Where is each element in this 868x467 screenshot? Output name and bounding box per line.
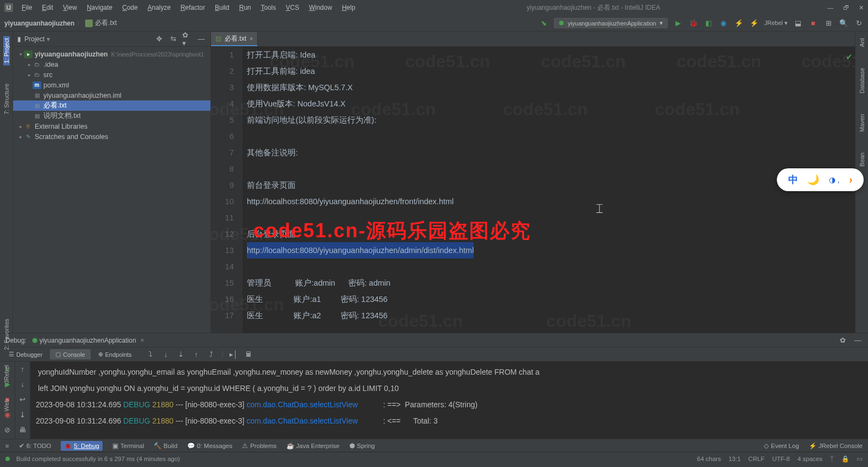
debug-tab-bottom[interactable]: 🐞 5: Debug [61, 441, 103, 451]
soft-wrap-icon[interactable]: ↩ [18, 394, 28, 404]
menu-view[interactable]: View [59, 2, 81, 14]
status-indent[interactable]: 4 spaces [797, 456, 822, 462]
tree-item[interactable]: ▤必看.txt [13, 100, 210, 111]
branch-icon[interactable]: ᛘ [830, 456, 834, 462]
drop-frame-icon[interactable]: ⤴ [207, 350, 216, 359]
ant-tool-tab[interactable]: Ant [859, 36, 865, 49]
ime-moon-icon[interactable]: 🌙 [807, 174, 819, 186]
spring-tab[interactable]: ⬢ Spring [349, 442, 375, 450]
run-config-selector[interactable]: ⬢ yiyuanguanhaojiuzhenApplication ▾ [554, 18, 667, 28]
terminal-tab[interactable]: ▣ Terminal [112, 442, 144, 450]
menu-edit[interactable]: Edit [37, 2, 58, 14]
menu-tools[interactable]: Tools [257, 2, 280, 14]
debug-button[interactable]: 🐞 [688, 18, 698, 28]
stop-button[interactable]: ■ [808, 18, 818, 28]
tree-item[interactable]: ▸✎Scratches and Consoles [13, 131, 210, 142]
menu-build[interactable]: Build [210, 2, 234, 14]
menu-run[interactable]: Run [235, 2, 256, 14]
mute-bp-icon[interactable]: ⊘ [3, 425, 12, 434]
breadcrumb[interactable]: yiyuanguanhaojiuzhen 〉 必看.txt [4, 18, 117, 28]
project-tree[interactable]: ▾▸yiyuanguanhaojiuzhenK:\needProccess\20… [13, 47, 210, 333]
jrebel-tool-tab[interactable]: JRebel [3, 363, 10, 386]
layout-icon[interactable]: ⊞ [824, 18, 833, 28]
maximize-button[interactable]: 🗗 [843, 4, 849, 11]
maven-tool-tab[interactable]: Maven [859, 112, 865, 134]
problems-tab[interactable]: ⚠ Problems [242, 442, 277, 450]
breadcrumb-root[interactable]: yiyuanguanhaojiuzhen [4, 20, 74, 27]
code-content[interactable]: 打开工具启端: Idea打开工具前端: idea使用数据库版本: MySQL5.… [242, 47, 855, 333]
profile-button[interactable]: ◉ [719, 18, 729, 28]
database-tool-tab[interactable]: Database [859, 66, 865, 96]
update-icon[interactable]: ↻ [854, 18, 864, 28]
attach-icon[interactable]: ⬓ [793, 18, 803, 28]
menu-navigate[interactable]: Navigate [82, 2, 117, 14]
hammer-icon[interactable]: ⬊ [539, 18, 548, 28]
settings-icon[interactable]: ✿ ▾ [182, 34, 192, 44]
evaluate-icon[interactable]: 🖩 [244, 350, 254, 359]
web-tool-tab[interactable]: Web [3, 397, 10, 413]
ime-expand-icon[interactable]: › [849, 174, 852, 186]
gear-icon[interactable]: ✿ [838, 336, 847, 345]
debug-app-name[interactable]: ⬢ yiyuanguanhaojiuzhenApplication × [32, 337, 144, 344]
jrebel-console-tab[interactable]: ⚡ JRebel Console [809, 442, 863, 450]
inspection-ok-icon[interactable]: ✔ [846, 49, 853, 65]
editor-body[interactable]: 1234567891011121314151617 打开工具启端: Idea打开… [211, 47, 855, 333]
status-line-sep[interactable]: CRLF [748, 456, 764, 462]
close-tab-icon[interactable]: × [250, 35, 253, 42]
menu-vcs[interactable]: VCS [282, 2, 304, 14]
menu-help[interactable]: Help [337, 2, 360, 14]
status-caret-pos[interactable]: 13:1 [729, 456, 741, 462]
menu-code[interactable]: Code [118, 2, 142, 14]
java-ee-tab[interactable]: ☕ Java Enterprise [286, 442, 340, 450]
step-over-icon[interactable]: ⤵ [146, 350, 156, 359]
jrebel-label[interactable]: JRebel ▾ [764, 18, 788, 28]
run-to-cursor-icon[interactable]: ▸│ [229, 350, 239, 359]
tree-item[interactable]: ▾▸yiyuanguanhaojiuzhenK:\needProccess\20… [13, 49, 210, 59]
tree-item[interactable]: ▸🗀src [13, 70, 210, 80]
hide-icon[interactable]: — [196, 34, 206, 44]
close-button[interactable]: ✕ [859, 4, 864, 11]
run-button[interactable]: ▶ [673, 18, 683, 28]
console-tab[interactable]: ▢Console [50, 349, 90, 359]
close-icon[interactable]: × [141, 337, 144, 344]
breadcrumb-file[interactable]: 必看.txt [95, 18, 117, 28]
force-step-icon[interactable]: ⇣ [176, 350, 186, 359]
tree-item[interactable]: mpom.xml [13, 80, 210, 90]
mem-indicator[interactable]: ▭ [857, 455, 863, 463]
scroll-end-icon[interactable]: ⤓ [18, 409, 28, 419]
build-tab[interactable]: 🔨 Build [154, 442, 177, 450]
minimize-panel-icon[interactable]: — [853, 336, 863, 345]
expand-icon[interactable]: ⇆ [168, 34, 178, 44]
menu-file[interactable]: File [17, 2, 36, 14]
menu-refactor[interactable]: Refactor [176, 2, 209, 14]
project-panel-title[interactable]: Project ▾ [24, 35, 151, 43]
editor-tab[interactable]: ▤ 必看.txt × [211, 32, 258, 46]
up-icon[interactable]: ↑ [18, 364, 28, 374]
jrebel-run-icon[interactable]: ⚡ [734, 18, 744, 28]
ime-punct-icon[interactable]: ◑ , [829, 175, 840, 184]
ime-widget[interactable]: 中 🌙 ◑ , › [777, 168, 864, 191]
coverage-button[interactable]: ◧ [704, 18, 713, 28]
event-log-tab[interactable]: ◇ Event Log [764, 442, 799, 450]
tree-item[interactable]: ▤说明文档.txt [13, 111, 210, 121]
jrebel-debug-icon[interactable]: ⚡ [749, 18, 759, 28]
locate-icon[interactable]: ✥ [154, 34, 164, 44]
project-tool-tab[interactable]: 1: Project [3, 36, 10, 65]
status-encoding[interactable]: UTF-8 [772, 456, 790, 462]
bean-tool-tab[interactable]: Bean [859, 150, 865, 169]
print-icon[interactable]: 🖶 [18, 425, 28, 434]
tree-item[interactable]: ▤yiyuanguanhaojiuzhen.iml [13, 90, 210, 100]
ime-lang-icon[interactable]: 中 [788, 173, 798, 186]
lock-icon[interactable]: 🔒 [841, 455, 849, 463]
structure-tool-tab[interactable]: 7: Structure [3, 81, 10, 117]
console-output[interactable]: yonghuIdNumber ,yonghu.yonghu_email as y… [30, 362, 868, 439]
down-icon[interactable]: ↓ [18, 379, 28, 389]
tree-item[interactable]: ▸🗀.idea [13, 59, 210, 70]
messages-tab[interactable]: 💬 0: Messages [187, 442, 232, 450]
favorites-tool-tab[interactable]: 2: Favorites [3, 317, 10, 352]
menu-analyze[interactable]: Analyze [143, 2, 175, 14]
menu-window[interactable]: Window [304, 2, 336, 14]
todo-tab[interactable]: ✔ 6: TODO [19, 442, 52, 450]
search-everywhere-icon[interactable]: 🔍 [839, 18, 848, 28]
step-out-icon[interactable]: ↑ [192, 350, 201, 359]
